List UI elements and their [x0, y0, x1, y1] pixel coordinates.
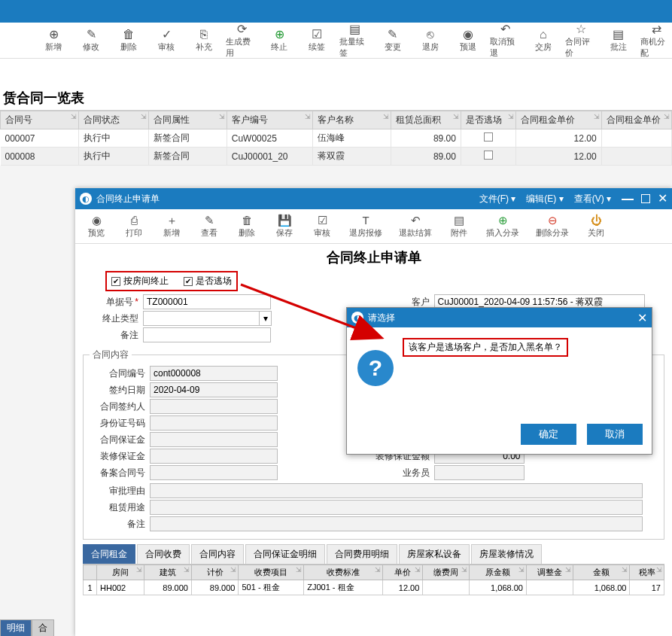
sub-toolbar-插入分录[interactable]: ⊕插入分录 [480, 214, 525, 239]
maximize-button[interactable] [641, 194, 650, 203]
tab-合同内容[interactable]: 合同内容 [191, 544, 244, 564]
menu-edit[interactable]: 编辑(E) ▾ [526, 193, 563, 205]
cell-room[interactable]: HH002 [97, 580, 144, 595]
minimize-button[interactable] [622, 194, 634, 203]
dialog-title: 请选择 [368, 312, 395, 324]
dialog-close-icon[interactable]: ✕ [637, 311, 647, 325]
deposit [150, 432, 278, 447]
col-合同租金单价[interactable]: 合同租金单价⇲ [515, 111, 601, 129]
page-tab-detail[interactable]: 明细 [0, 619, 32, 636]
backup-no [150, 465, 278, 480]
sub-toolbar-删除[interactable]: 🗑删除 [230, 214, 263, 239]
col-合同状态[interactable]: 合同状态⇲ [78, 111, 148, 129]
sub-toolbar-退房报修[interactable]: T退房报修 [343, 214, 388, 239]
section-title: 赁合同一览表 [0, 80, 672, 111]
ok-button[interactable]: 确定 [521, 424, 576, 445]
toolbar-审核[interactable]: ✓审核 [151, 28, 182, 53]
cell-tax[interactable]: 17 [630, 580, 664, 595]
toolbar-取消预退[interactable]: ↶取消预退 [490, 23, 521, 59]
table-row[interactable]: 000007执行中新签合同CuW00025伍海峰89.0012.00 [1, 129, 672, 148]
dialog-message-highlight: 该客户是逃场客户，是否加入黑名单？ [403, 338, 568, 357]
sub-toolbar-附件[interactable]: ▤附件 [442, 214, 476, 239]
toolbar-批注[interactable]: ▤批注 [603, 28, 634, 53]
toolbar-生成费用[interactable]: ⟳生成费用 [226, 23, 257, 59]
bill-no-input[interactable] [143, 294, 271, 309]
cell-amt[interactable]: 1,068.00 [573, 580, 630, 595]
sub-toolbar-关闭[interactable]: ⏻关闭 [579, 214, 613, 239]
usage [150, 500, 643, 515]
cell-unit[interactable]: 12.00 [382, 580, 423, 595]
sub-toolbar-打印[interactable]: ⎙打印 [117, 214, 151, 239]
col-合同租金单价[interactable]: 合同租金单价⇲ [601, 111, 671, 129]
sub-toolbar-审核[interactable]: ☑审核 [306, 214, 339, 239]
toolbar-续签[interactable]: ☑续签 [301, 28, 333, 53]
remark-input[interactable] [143, 327, 271, 342]
toolbar-补充[interactable]: ⎘补充 [188, 28, 220, 53]
close-button[interactable]: ✕ [658, 194, 667, 203]
cell-fee-std[interactable]: ZJ001 - 租金 [304, 580, 383, 595]
dcol-建筑[interactable]: 建筑⇲ [144, 565, 192, 580]
toolbar-删除[interactable]: 🗑删除 [113, 28, 144, 53]
reason [150, 483, 643, 498]
cell-build[interactable]: 89.000 [144, 580, 192, 595]
col-客户名称[interactable]: 客户名称⇲ [312, 111, 391, 129]
dcol-原金额[interactable]: 原金额⇲ [469, 565, 526, 580]
tab-合同收费[interactable]: 合同收费 [137, 544, 190, 564]
table-row[interactable]: 000008执行中新签合同CuJ00001_20蒋双霞89.0012.00 [1, 148, 672, 166]
sub-toolbar-退款结算[interactable]: ↶退款结算 [393, 214, 438, 239]
cell-orig[interactable]: 1,068.00 [469, 580, 526, 595]
toolbar-批量续签[interactable]: ▤批量续签 [339, 23, 371, 59]
dcol-房间[interactable]: 房间⇲ [97, 565, 144, 580]
menu-view[interactable]: 查看(V) ▾ [574, 193, 611, 205]
toolbar-变更[interactable]: ✎变更 [377, 28, 409, 53]
dcol-收费项目[interactable]: 收费项目⇲ [239, 565, 304, 580]
cell-price[interactable]: 89.000 [191, 580, 239, 595]
dcol-缴费周[interactable]: 缴费周⇲ [423, 565, 470, 580]
term-type-input[interactable] [143, 311, 260, 326]
tab-合同租金[interactable]: 合同租金 [83, 544, 135, 564]
dcol-金额[interactable]: 金额⇲ [573, 565, 630, 580]
tab-房屋家私设备[interactable]: 房屋家私设备 [399, 544, 470, 564]
group-title: 合同内容 [90, 348, 132, 361]
toolbar-退房[interactable]: ⎋退房 [415, 28, 446, 53]
dcol-税率[interactable]: 税率⇲ [630, 565, 664, 580]
toolbar-新增[interactable]: ⊕新增 [38, 28, 69, 53]
toolbar-修改[interactable]: ✎修改 [75, 28, 107, 53]
sub-toolbar-新增[interactable]: ＋新增 [155, 214, 188, 239]
page-tab-2[interactable]: 合 [32, 619, 54, 636]
checkbox-flee[interactable]: ✔是否逃场 [184, 275, 232, 288]
cell-adj[interactable] [526, 580, 573, 595]
tab-房屋装修情况[interactable]: 房屋装修情况 [471, 544, 542, 564]
tab-合同费用明细[interactable]: 合同费用明细 [327, 544, 397, 564]
term-type-dd-icon[interactable]: ▾ [260, 311, 272, 326]
detail-grid[interactable]: 房间⇲建筑⇲计价⇲收费项目⇲收费标准⇲单价⇲缴费周⇲原金额⇲调整金⇲金额⇲税率⇲… [83, 564, 664, 595]
dcol-单价[interactable]: 单价⇲ [382, 565, 423, 580]
col-合同属性[interactable]: 合同属性⇲ [149, 111, 227, 129]
sub-toolbar-查看[interactable]: ✎查看 [193, 214, 226, 239]
checkbox-by-room[interactable]: ✔按房间终止 [111, 275, 169, 288]
menu-file[interactable]: 文件(F) ▾ [479, 193, 516, 205]
toolbar-交房[interactable]: ⌂交房 [528, 28, 559, 53]
remark2 [150, 516, 643, 531]
app-icon: ◐ [80, 193, 92, 205]
tab-合同保证金明细[interactable]: 合同保证金明细 [245, 544, 325, 564]
toolbar-终止[interactable]: ⊕终止 [263, 28, 295, 53]
dcol-调整金[interactable]: 调整金⇲ [526, 565, 573, 580]
dcol-rownum[interactable] [84, 565, 97, 580]
sub-toolbar-删除分录[interactable]: ⊖删除分录 [530, 214, 575, 239]
cancel-button[interactable]: 取消 [587, 424, 643, 445]
col-客户编号[interactable]: 客户编号⇲ [227, 111, 312, 129]
toolbar-预退[interactable]: ◉预退 [452, 28, 484, 53]
col-租赁总面积[interactable]: 租赁总面积⇲ [391, 111, 461, 129]
toolbar-合同评价[interactable]: ☆合同评价 [565, 23, 597, 59]
sub-toolbar-保存[interactable]: 💾保存 [268, 214, 301, 239]
dcol-计价[interactable]: 计价⇲ [191, 565, 239, 580]
contract-grid[interactable]: 合同号⇲合同状态⇲合同属性⇲客户编号⇲客户名称⇲租赁总面积⇲是否逃场⇲合同租金单… [0, 111, 672, 166]
col-合同号[interactable]: 合同号⇲ [1, 111, 79, 129]
toolbar-商机分配[interactable]: ⇄商机分配 [640, 23, 672, 59]
cell-fee-item[interactable]: 501 - 租金 [239, 580, 304, 595]
dcol-收费标准[interactable]: 收费标准⇲ [304, 565, 383, 580]
sub-toolbar-预览[interactable]: ◉预览 [80, 214, 113, 239]
col-是否逃场[interactable]: 是否逃场⇲ [461, 111, 515, 129]
cell-cycle[interactable] [423, 580, 470, 595]
